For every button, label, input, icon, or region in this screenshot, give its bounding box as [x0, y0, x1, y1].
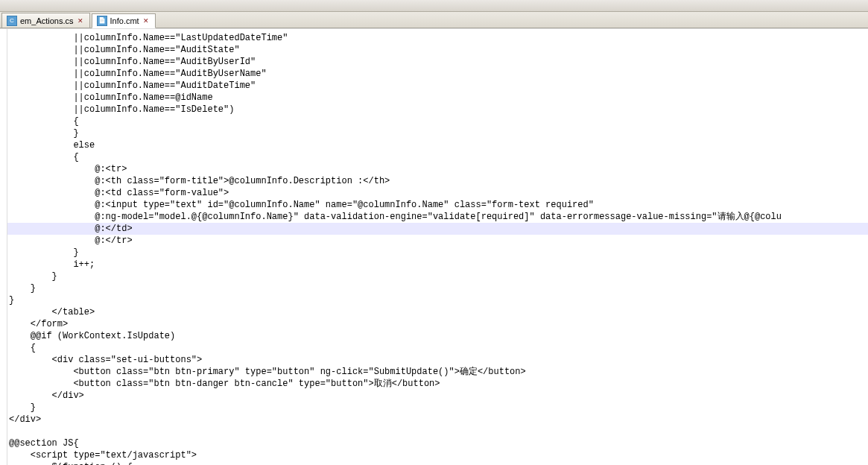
tab-em-actions[interactable]: C em_Actions.cs ✕ — [1, 13, 90, 28]
code-line[interactable]: ||columnInfo.Name==@idName — [7, 92, 868, 104]
code-line[interactable]: @@if (WorkContext.IsUpdate) — [7, 330, 868, 342]
code-line[interactable]: i++; — [7, 259, 868, 271]
tab-label: Info.cmt — [110, 16, 139, 25]
code-line[interactable]: <button class="btn btn-danger btn-cancle… — [7, 378, 868, 390]
file-icon: 📄 — [97, 16, 107, 26]
close-icon[interactable]: ✕ — [77, 16, 85, 25]
code-line[interactable]: $(function () { — [7, 461, 868, 465]
code-line[interactable]: ||columnInfo.Name=="AuditByUserName" — [7, 68, 868, 80]
code-line[interactable]: <script type="text/javascript"> — [7, 449, 868, 461]
code-line[interactable]: } — [7, 271, 868, 282]
code-line[interactable]: @:<input type="text" id="@columnInfo.Nam… — [7, 199, 868, 211]
code-line[interactable]: { — [7, 151, 868, 163]
code-line[interactable]: </table> — [7, 306, 868, 318]
tab-info-cmt[interactable]: 📄 Info.cmt ✕ — [92, 13, 156, 28]
code-line[interactable]: ||columnInfo.Name=="AuditDateTime" — [7, 80, 868, 92]
code-area[interactable]: ||columnInfo.Name=="LastUpdatedDateTime"… — [0, 28, 868, 465]
code-line[interactable]: @:ng-model="model.@{@columnInfo.Name}" d… — [7, 211, 868, 223]
code-line[interactable]: else — [7, 139, 868, 151]
code-line[interactable]: { — [7, 116, 868, 127]
code-line[interactable]: @:<td class="form-value"> — [7, 187, 868, 199]
editor-container: C em_Actions.cs ✕ 📄 Info.cmt ✕ ||columnI… — [0, 0, 868, 465]
cs-file-icon: C — [7, 16, 17, 26]
code-line[interactable]: @:<tr> — [7, 163, 868, 175]
code-line[interactable]: ||columnInfo.Name=="AuditByUserId" — [7, 56, 868, 68]
code-line[interactable]: @:<th class="form-title">@columnInfo.Des… — [7, 175, 868, 187]
code-line[interactable]: <button class="btn btn-primary" type="bu… — [7, 366, 868, 378]
code-line[interactable]: } — [7, 402, 868, 414]
code-line[interactable]: @@section JS{ — [7, 437, 868, 449]
code-line[interactable]: @:</tr> — [7, 235, 868, 247]
code-line[interactable]: @:</td> — [7, 223, 868, 235]
code-line[interactable]: } — [7, 282, 868, 294]
code-line[interactable]: } — [7, 247, 868, 259]
code-line[interactable] — [7, 426, 868, 437]
close-icon[interactable]: ✕ — [142, 17, 151, 25]
gutter — [0, 29, 7, 465]
code-line[interactable]: { — [7, 342, 868, 354]
code-line[interactable]: </div> — [7, 414, 868, 426]
code-line[interactable]: } — [7, 294, 868, 306]
code-line[interactable]: ||columnInfo.Name=="AuditState" — [7, 44, 868, 56]
tab-bar: C em_Actions.cs ✕ 📄 Info.cmt ✕ — [0, 12, 868, 28]
code-content[interactable]: ||columnInfo.Name=="LastUpdatedDateTime"… — [7, 29, 868, 465]
code-line[interactable]: </div> — [7, 390, 868, 402]
code-line[interactable]: } — [7, 127, 868, 139]
tab-label: em_Actions.cs — [20, 16, 74, 25]
code-line[interactable]: ||columnInfo.Name=="IsDelete") — [7, 104, 868, 116]
code-line[interactable]: <div class="set-ui-buttons"> — [7, 354, 868, 366]
toolbar-area — [0, 0, 868, 12]
code-line[interactable]: ||columnInfo.Name=="LastUpdatedDateTime" — [7, 32, 868, 44]
code-line[interactable]: </form> — [7, 318, 868, 330]
